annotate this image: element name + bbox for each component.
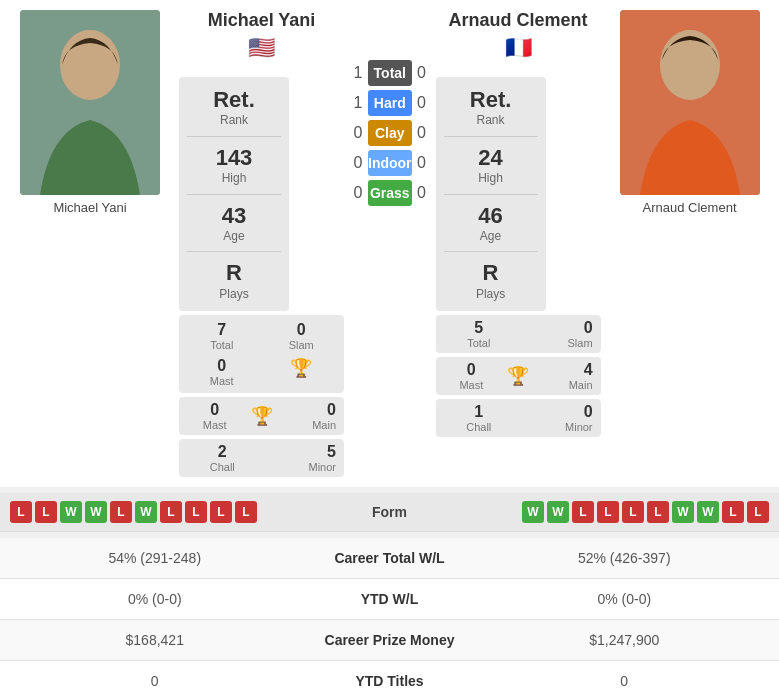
hard-badge: Hard [368,90,412,116]
p2-mast: 0 Mast [444,361,500,391]
form-badge-p1: L [10,501,32,523]
player2-mast-main-row: 0 Mast 🏆 4 Main [436,357,601,395]
player1-total-val: 7 [217,321,226,339]
p2-grass-score: 0 [412,184,432,202]
stats-left-2: $168,421 [10,632,300,648]
p1-chall: 2 Chall [187,443,258,473]
stats-left-3: 0 [10,673,300,689]
form-badge-p2: L [597,501,619,523]
player1-grid-stats: 7 Total 0 Slam 0 Mast 🏆 0 [179,315,344,393]
player1-high-value: 143 [216,145,253,171]
player2-age-value: 46 [478,203,502,229]
stats-row: $168,421 Career Prize Money $1,247,900 [0,620,779,661]
player2-plays-stat: R Plays [476,260,505,301]
stats-right-3: 0 [480,673,770,689]
player2-area: Arnaud Clement 🇫🇷 Ret. Rank 24 High [436,10,775,477]
player2-rank-label: Rank [477,113,505,127]
form-badge-p1: L [185,501,207,523]
player1-area: Michael Yani Michael Yani 🇺🇸 Ret. Rank 1… [5,10,344,477]
form-badge-p1: L [160,501,182,523]
player1-photo [20,10,160,195]
player1-rank-value: Ret. [213,87,255,113]
player1-slam-val: 0 [297,321,306,339]
player2-rank-value: Ret. [470,87,512,113]
player2-plays-label: Plays [476,287,505,301]
player2-rank-stat: Ret. Rank [470,87,512,128]
player1-total-stat: 7 Total [187,321,257,351]
p2-minor: 0 Minor [522,403,593,433]
p1-main2: 0 Main [281,401,337,431]
stats-left-1: 0% (0-0) [10,591,300,607]
clay-badge: Clay [368,120,412,146]
stats-center-0: Career Total W/L [300,550,480,566]
player1-flag: 🇺🇸 [248,35,275,61]
player1-center-stats: Ret. Rank 143 High 43 Age R [179,77,289,311]
player1-trophy-icon: 🏆 [290,357,312,379]
form-badge-p1: L [235,501,257,523]
form-badge-p1: W [85,501,107,523]
form-badge-p1: W [60,501,82,523]
player1-age-label: Age [223,229,244,243]
player2-age-stat: 46 Age [478,203,502,244]
form-label: Form [330,504,450,520]
player1-mast-stat: 0 Mast [187,357,257,387]
total-badge: Total [368,60,412,86]
player1-plays-label: Plays [219,287,248,301]
player1-high-label: High [222,171,247,185]
player2-high-label: High [478,171,503,185]
form-badge-p2: L [572,501,594,523]
p1-total-score: 1 [348,64,368,82]
player1-form-badges: LLWWLWLLLL [10,501,330,523]
form-badge-p2: L [647,501,669,523]
p2-indoor-score: 0 [412,154,432,172]
player2-center-stats: Ret. Rank 24 High 46 Age R [436,77,546,311]
form-section: LLWWLWLLLL Form WWLLLLWWLL [0,493,779,532]
player1-card: Michael Yani [5,10,175,215]
form-row: LLWWLWLLLL Form WWLLLLWWLL [0,493,779,532]
player1-rank-label: Rank [220,113,248,127]
player1-chall-minor-row: 2 Chall 5 Minor [179,439,344,477]
player1-age-value: 43 [222,203,246,229]
player1-stats-wrapper: Michael Yani 🇺🇸 Ret. Rank 143 High [179,10,344,477]
stats-left-0: 54% (291-248) [10,550,300,566]
form-badge-p2: W [672,501,694,523]
score-row-indoor: 0 Indoor 0 [348,150,432,176]
form-badge-p2: L [722,501,744,523]
p2-total-score: 0 [412,64,432,82]
p1-grass-score: 0 [348,184,368,202]
player1-name-label: Michael Yani [53,200,126,215]
player1-total-lbl: Total [210,339,233,351]
player1-slam-lbl: Slam [289,339,314,351]
stats-right-0: 52% (426-397) [480,550,770,566]
player1-trophy-cell: 🏆 [267,357,337,387]
player2-name-flag: Arnaud Clement 🇫🇷 [436,10,601,67]
stats-row: 54% (291-248) Career Total W/L 52% (426-… [0,538,779,579]
p1-mast2: 0 Mast [187,401,243,431]
player1-mast-lbl: Mast [210,375,234,387]
scores-column: 1 Total 0 1 Hard 0 0 Clay 0 0 Indoor 0 0 [348,10,432,477]
score-row-total: 1 Total 0 [348,60,432,86]
main-container: Michael Yani Michael Yani 🇺🇸 Ret. Rank 1… [0,0,779,699]
form-badge-p1: L [210,501,232,523]
p2-main: 4 Main [537,361,593,391]
form-badge-p1: L [110,501,132,523]
player2-chall-minor-row: 1 Chall 0 Minor [436,399,601,437]
player2-age-label: Age [480,229,501,243]
player2-photo [620,10,760,195]
p1-clay-score: 0 [348,124,368,142]
p1-hard-score: 1 [348,94,368,112]
p1-minor: 5 Minor [266,443,337,473]
stats-table-section: 54% (291-248) Career Total W/L 52% (426-… [0,538,779,699]
form-badge-p2: L [622,501,644,523]
player1-name: Michael Yani [208,10,316,31]
player2-flag: 🇫🇷 [505,35,532,61]
player2-high-value: 24 [478,145,502,171]
stats-row: 0% (0-0) YTD W/L 0% (0-0) [0,579,779,620]
p2-hard-score: 0 [412,94,432,112]
players-section: Michael Yani Michael Yani 🇺🇸 Ret. Rank 1… [0,0,779,487]
p2-total: 5 Total [444,319,515,349]
form-badge-p2: W [522,501,544,523]
p2-trophy: 🏆 [507,365,529,387]
p1-indoor-score: 0 [348,154,368,172]
player2-stats-wrapper: Arnaud Clement 🇫🇷 Ret. Rank 24 High [436,10,601,437]
